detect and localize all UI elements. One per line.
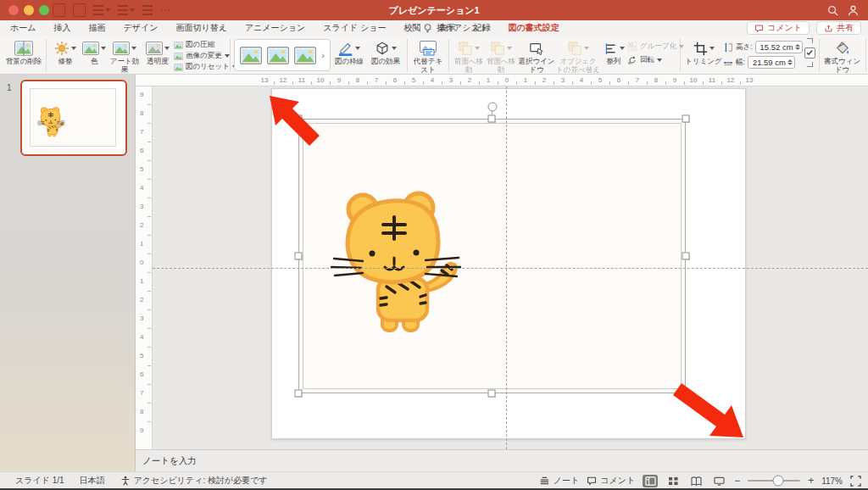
corrections-button[interactable]: 修整: [50, 38, 81, 66]
group-button[interactable]: グループ化: [627, 42, 676, 52]
bring-forward-button[interactable]: 前面へ移動: [453, 38, 485, 75]
tab-home[interactable]: ホーム: [10, 22, 36, 34]
alt-text-button[interactable]: 代替テキスト: [411, 38, 445, 75]
lock-aspect-ratio-checkbox[interactable]: [804, 47, 815, 58]
picture-style-thumbnail[interactable]: [267, 47, 289, 64]
align-button[interactable]: 整列: [600, 38, 627, 66]
horizontal-guide[interactable]: [153, 268, 868, 269]
fit-to-window-icon[interactable]: [850, 476, 861, 487]
width-field[interactable]: 21.59 cm: [748, 56, 795, 69]
bring-forward-icon: [458, 41, 473, 56]
reset-picture-button[interactable]: 図のリセット: [174, 62, 226, 72]
resize-handle-middle-right[interactable]: [682, 253, 690, 260]
height-stepper[interactable]: [795, 44, 800, 50]
normal-view-button[interactable]: [643, 475, 658, 487]
ruler-number: 4: [580, 76, 583, 84]
slideshow-view-button[interactable]: [711, 475, 726, 487]
ruler-number: 1: [140, 277, 143, 285]
compress-picture-button[interactable]: 図の圧縮: [174, 40, 226, 50]
resize-handle-top-center[interactable]: [488, 115, 496, 123]
height-icon: [723, 42, 733, 53]
comments-toggle-button[interactable]: コメント: [587, 475, 635, 487]
ruler-number: 7: [140, 128, 143, 136]
slide-thumbnail[interactable]: [20, 80, 127, 156]
format-pane-button[interactable]: 書式ウィンドウ: [823, 38, 862, 75]
accessibility-icon: [120, 476, 131, 486]
tab-draw[interactable]: 描画: [88, 22, 105, 34]
search-icon[interactable]: [826, 4, 839, 17]
rotate-button[interactable]: 回転: [627, 55, 676, 65]
send-backward-button[interactable]: 背面へ移動: [485, 38, 517, 75]
resize-handle-bottom-left[interactable]: [295, 390, 303, 398]
picture-border-button[interactable]: 図の枠線: [331, 38, 368, 66]
ruler-number: 12: [280, 76, 287, 84]
notes-pane[interactable]: ノートを入力: [136, 449, 868, 471]
tab-slideshow[interactable]: スライド ショー: [323, 22, 386, 34]
picture-effects-button[interactable]: 図の効果: [368, 38, 403, 66]
tab-review[interactable]: 校閲: [403, 22, 420, 34]
picture-styles-gallery[interactable]: ›: [234, 39, 331, 71]
tab-insert[interactable]: 挿入: [53, 22, 70, 34]
remove-background-button[interactable]: 背景の削除: [5, 38, 42, 66]
slideshow-icon: [714, 476, 725, 486]
resize-handle-top-right[interactable]: [682, 115, 690, 123]
ruler-tick: [147, 235, 151, 236]
ruler-tick: [147, 328, 151, 329]
tab-design[interactable]: デザイン: [123, 22, 158, 34]
ruler-number: 5: [598, 76, 602, 84]
notes-toggle-button[interactable]: ノート: [539, 475, 579, 487]
resize-handle-middle-left[interactable]: [295, 253, 303, 260]
chevron-down-icon: [71, 47, 76, 50]
artistic-effects-button[interactable]: アート効果: [108, 38, 142, 75]
height-field[interactable]: 15.52 cm: [755, 41, 803, 53]
accessibility-status[interactable]: アクセシビリティ: 検討が必要です: [120, 475, 268, 487]
tab-transitions[interactable]: 画面切り替え: [175, 22, 226, 34]
ruler-tick: [684, 81, 685, 85]
account-icon[interactable]: [847, 4, 860, 17]
zoom-out-button[interactable]: −: [734, 475, 740, 487]
color-button[interactable]: 色: [81, 38, 108, 66]
rotation-handle[interactable]: [487, 103, 497, 112]
ruler-number: 10: [317, 76, 325, 84]
ruler-tick: [554, 81, 554, 85]
tell-me-assist[interactable]: 操作アシスト: [422, 22, 488, 34]
change-picture-button[interactable]: 画像の変更: [174, 51, 226, 61]
zoom-slider[interactable]: [748, 480, 800, 482]
transparency-button[interactable]: 透明度: [142, 38, 174, 66]
selection-pane-icon: [529, 41, 544, 56]
ruler-tick: [147, 123, 151, 124]
ruler-tick: [386, 81, 387, 85]
tab-animations[interactable]: アニメーション: [245, 22, 305, 34]
resize-handle-bottom-center[interactable]: [488, 390, 496, 398]
sun-icon: [54, 41, 70, 56]
remove-background-icon: [14, 39, 33, 58]
tab-picture-format[interactable]: 図の書式設定: [508, 22, 559, 34]
reading-view-button[interactable]: [688, 475, 704, 487]
ruler-tick: [147, 347, 151, 348]
zoom-level[interactable]: 117%: [821, 476, 843, 486]
zoom-slider-knob[interactable]: [773, 476, 784, 487]
crop-icon: [693, 42, 708, 56]
selection-pane-button[interactable]: 選択ウインドウ: [517, 38, 556, 75]
picture-style-thumbnail[interactable]: [240, 47, 262, 64]
chevron-down-icon: [101, 47, 106, 50]
language-indicator[interactable]: 日本語: [80, 475, 105, 487]
ruler-tick: [274, 81, 275, 85]
picture-style-thumbnail[interactable]: [294, 47, 316, 64]
gallery-expand-icon[interactable]: ›: [322, 51, 325, 60]
comments-button[interactable]: コメント: [747, 21, 810, 35]
crop-button[interactable]: トリミング: [684, 38, 723, 66]
compress-picture-icon: [174, 42, 183, 49]
resize-handle-top-left[interactable]: [295, 115, 303, 123]
resize-handle-bottom-right[interactable]: [682, 390, 690, 398]
comment-bubble-icon: [754, 24, 764, 33]
width-stepper[interactable]: [787, 59, 793, 65]
zoom-in-button[interactable]: +: [808, 475, 814, 487]
slide-sorter-view-button[interactable]: [665, 475, 681, 487]
share-button[interactable]: 共有: [816, 21, 861, 35]
ruler-tick: [292, 81, 293, 85]
reorder-objects-button[interactable]: オブジェクトの並べ替え: [556, 38, 600, 75]
chevron-down-icon: [584, 47, 589, 50]
horizontal-ruler: 13121110987654321012345678910111213: [136, 75, 868, 86]
ruler-number: 7: [636, 76, 639, 84]
